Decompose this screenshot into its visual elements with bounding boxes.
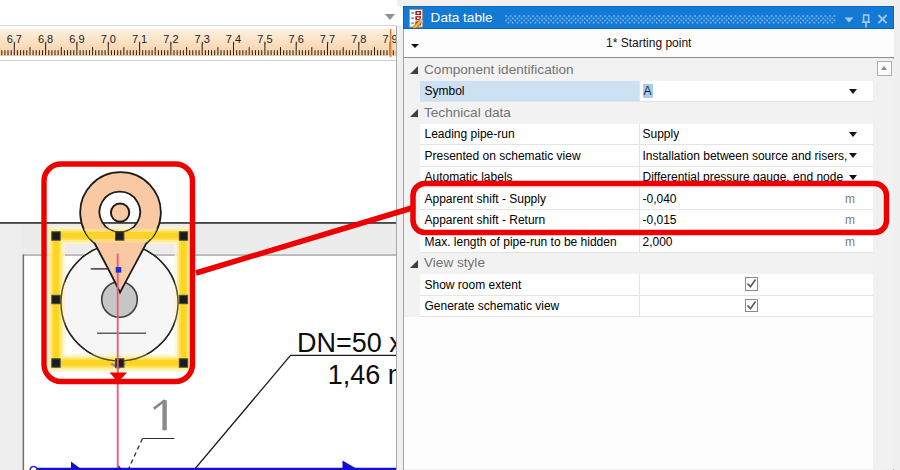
svg-text:6,8: 6,8 — [38, 33, 53, 45]
svg-text:7,5: 7,5 — [257, 33, 272, 45]
svg-text:7,8: 7,8 — [351, 33, 366, 45]
svg-text:7,3: 7,3 — [195, 33, 210, 45]
svg-text:6,7: 6,7 — [7, 33, 22, 45]
svg-text:7,6: 7,6 — [289, 33, 304, 45]
svg-text:DN=50 x: DN=50 x — [297, 328, 397, 358]
svg-text:7,0: 7,0 — [101, 33, 116, 45]
svg-text:7,2: 7,2 — [163, 33, 178, 45]
svg-text:7,7: 7,7 — [320, 33, 335, 45]
svg-text:7,1: 7,1 — [132, 33, 147, 45]
svg-text:7,9: 7,9 — [382, 33, 397, 45]
svg-text:7,4: 7,4 — [226, 33, 241, 45]
svg-text:1,46 m: 1,46 m — [328, 360, 397, 390]
svg-text:6,9: 6,9 — [69, 33, 84, 45]
